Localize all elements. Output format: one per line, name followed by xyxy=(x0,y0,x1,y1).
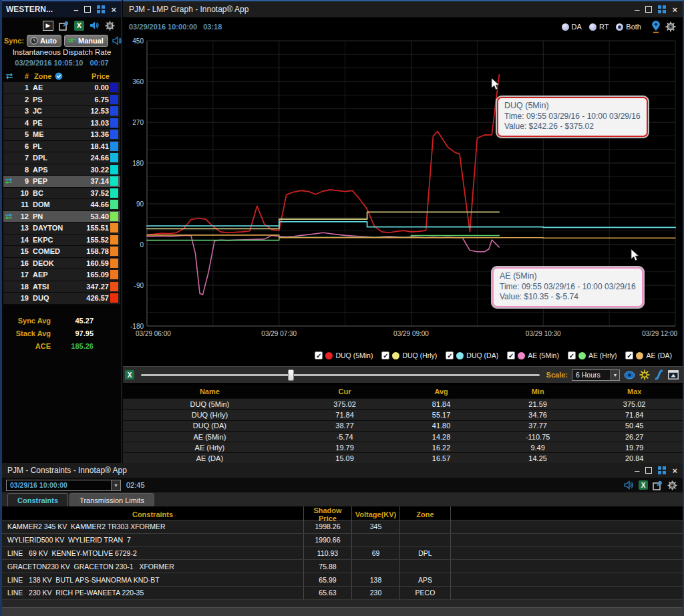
legend-checkbox[interactable]: ✓ xyxy=(568,351,576,359)
zone-row-dpl[interactable]: 7DPL24.66 xyxy=(3,152,120,164)
zone-number: 6 xyxy=(14,142,29,150)
maximize-button[interactable] xyxy=(645,6,652,13)
legend-checkbox[interactable]: ✓ xyxy=(315,351,323,359)
close-button[interactable]: × xyxy=(111,5,116,14)
legend-label: DUQ (Hrly) xyxy=(402,351,437,359)
stats-row: AE (DA)15.0916.5714.2520.84 xyxy=(123,452,683,463)
close-button[interactable]: × xyxy=(672,5,677,14)
excel-export-icon[interactable]: X xyxy=(125,370,134,379)
da-rt-both-radios: DARTBoth xyxy=(562,20,683,33)
zone-number: 9 xyxy=(14,177,29,185)
legend-label: DUQ (5Min) xyxy=(335,351,373,359)
zone-row-aps[interactable]: 8APS30.22 xyxy=(3,164,120,176)
zone-price: 0.00 xyxy=(73,84,109,92)
dock-grid-icon[interactable] xyxy=(658,466,666,474)
collapse-window-icon[interactable] xyxy=(668,370,679,379)
radio-da[interactable]: DA xyxy=(562,23,584,31)
stats-col-header[interactable]: Max xyxy=(586,388,683,396)
legend-checkbox[interactable]: ✓ xyxy=(625,351,633,359)
popout-icon[interactable] xyxy=(59,21,69,31)
legend-checkbox[interactable]: ✓ xyxy=(446,351,454,359)
stats-col-header[interactable]: Cur xyxy=(297,388,393,396)
popout-icon[interactable] xyxy=(653,480,663,490)
mouse-cursor xyxy=(631,249,640,265)
radio-rt[interactable]: RT xyxy=(589,23,611,31)
stats-col-header[interactable]: Name xyxy=(123,388,297,396)
maximize-button[interactable] xyxy=(645,467,652,474)
zone-row-dom[interactable]: 11DOM44.66 xyxy=(3,199,120,211)
speaker-icon[interactable] xyxy=(624,480,634,490)
radio-both[interactable]: Both xyxy=(616,23,644,31)
zone-row-jc[interactable]: 3JC12.53 xyxy=(3,106,120,118)
zone-row-pep[interactable]: 9PEP37.14 xyxy=(3,176,120,188)
svg-text:270: 270 xyxy=(132,119,144,126)
chart-area[interactable]: 450360270180900-90-18003/29 06:0003/29 0… xyxy=(123,36,684,347)
speaker-icon[interactable] xyxy=(112,36,122,45)
zone-row-ekpc[interactable]: 14EKPC155.52 xyxy=(3,235,120,247)
eye-icon[interactable] xyxy=(624,371,635,379)
zone-row-bc[interactable]: 10BC37.52 xyxy=(3,188,120,200)
sun-burst-icon[interactable] xyxy=(639,369,650,380)
constraint-row[interactable]: LINE 69 KV KENNEY-MTOLIVE 6729-2110.9369… xyxy=(2,547,683,561)
time-slider-track[interactable] xyxy=(138,369,542,381)
stats-table: NameCurAvgMinMax DUQ (5Min)375.0281.8421… xyxy=(123,385,683,464)
constraint-row[interactable]: GRACETON230 KV GRACETON 230-1 XFORMER75.… xyxy=(2,560,683,573)
sync-arrows-icon[interactable] xyxy=(3,73,15,80)
legend-item: ✓DUQ (Hrly) xyxy=(381,351,437,359)
stats-col-header[interactable]: Avg xyxy=(393,388,490,396)
zone-row-pn[interactable]: 12PN53.40 xyxy=(3,211,120,223)
zone-row-deok[interactable]: 16DEOK160.59 xyxy=(3,258,120,270)
settings-gear-icon[interactable] xyxy=(667,480,677,490)
minimize-button[interactable]: – xyxy=(73,5,78,14)
settings-gear-icon[interactable] xyxy=(105,21,115,31)
zone-name: PL xyxy=(33,142,73,150)
scale-dropdown[interactable]: 6 Hours▼ xyxy=(572,369,620,381)
excel-export-icon[interactable]: X xyxy=(639,480,648,490)
dock-grid-icon[interactable] xyxy=(97,5,105,13)
stats-col-header[interactable]: Min xyxy=(490,388,586,396)
zone-number: 2 xyxy=(14,96,29,104)
zone-row-ps[interactable]: 2PS6.75 xyxy=(3,94,120,106)
zone-number: 19 xyxy=(14,294,29,302)
zone-price: 155.51 xyxy=(73,224,109,232)
legend-checkbox[interactable]: ✓ xyxy=(507,351,515,359)
settings-gear-icon[interactable] xyxy=(665,21,676,32)
zone-row-comed[interactable]: 15COMED158.78 xyxy=(3,246,120,258)
sync-auto-button[interactable]: Auto xyxy=(27,35,61,47)
constraint-row[interactable]: KAMMER2 345 KV KAMMER2 TR303 XFORMER1998… xyxy=(2,520,683,534)
zone-row-pe[interactable]: 4PE13.03 xyxy=(3,118,120,130)
constraint-row[interactable]: LINE 138 KV BUTL APS-SHANORMA KND-BT65.9… xyxy=(2,573,683,587)
zone-price: 6.75 xyxy=(73,96,109,104)
zone-name: DOM xyxy=(33,200,73,208)
zone-row-me[interactable]: 5ME13.36 xyxy=(3,129,120,141)
constraint-row[interactable]: WYLIERID500 KV WYLIERID TRAN 71990.66 xyxy=(2,534,683,547)
zone-row-duq[interactable]: 19DUQ426.57 xyxy=(3,293,120,305)
zone-row-dayton[interactable]: 13DAYTON155.51 xyxy=(3,222,120,235)
zone-row-aep[interactable]: 17AEP165.09 xyxy=(3,269,120,281)
speaker-icon[interactable] xyxy=(90,21,100,30)
svg-text:0: 0 xyxy=(140,241,144,249)
zone-number: 15 xyxy=(14,247,29,255)
tab-constraints[interactable]: Constraints xyxy=(7,493,68,506)
legend-checkbox[interactable]: ✓ xyxy=(381,351,389,359)
datetime-dropdown[interactable]: 03/29/16 10:00:00▼ xyxy=(6,480,121,491)
play-icon[interactable]: ▶ xyxy=(43,21,53,31)
zone-name: DEOK xyxy=(33,259,73,267)
curve-icon[interactable] xyxy=(654,369,664,380)
minimize-button[interactable]: – xyxy=(635,466,639,475)
zone-row-ae[interactable]: 1AE0.00 xyxy=(3,82,120,94)
time-slider-handle[interactable] xyxy=(288,369,294,381)
constraint-row[interactable]: LINE 230 KV RICH PE-WANEETA 220-3565.632… xyxy=(2,587,683,600)
close-button[interactable]: × xyxy=(672,466,677,475)
zone-name: PS xyxy=(33,96,73,104)
zone-row-atsi[interactable]: 18ATSI347.27 xyxy=(3,281,120,293)
manual-arrows-icon xyxy=(67,37,76,44)
dock-grid-icon[interactable] xyxy=(658,5,666,13)
minimize-button[interactable]: – xyxy=(635,5,639,14)
map-pin-icon[interactable] xyxy=(651,20,661,33)
maximize-button[interactable] xyxy=(84,6,91,13)
tab-transmission-limits[interactable]: Transmission Limits xyxy=(69,493,154,506)
zone-row-pl[interactable]: 6PL18.41 xyxy=(3,141,120,153)
sync-manual-button[interactable]: Manual xyxy=(64,35,108,47)
excel-export-icon[interactable]: X xyxy=(74,21,84,31)
